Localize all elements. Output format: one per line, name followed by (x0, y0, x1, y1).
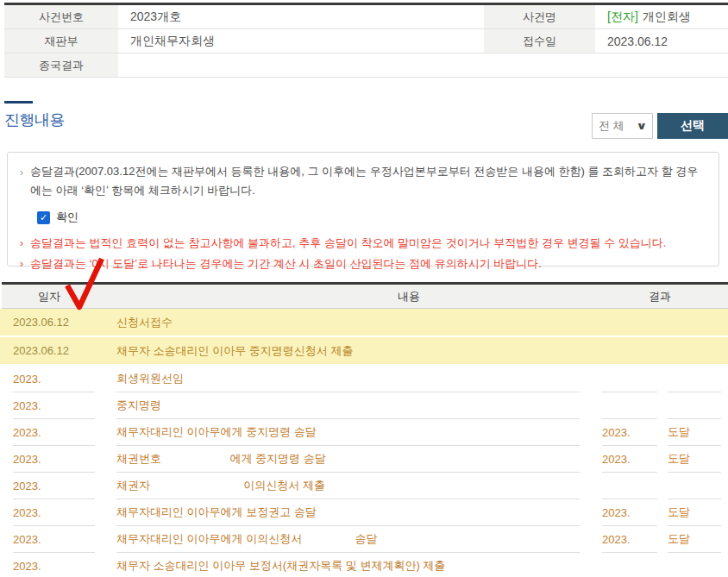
bullet-icon: › (20, 162, 23, 200)
confirm-checkbox-label: 확인 (56, 210, 78, 225)
row-date: 2023. (13, 499, 95, 526)
row-content: 채무자대리인 이아무에게 중지명령 송달 (116, 419, 580, 446)
chevron-down-icon: ∨ (637, 120, 648, 132)
court-label: 재판부 (4, 29, 121, 53)
select-button[interactable]: 선택 (657, 113, 728, 139)
case-info-row-2: 재판부 개인채무자회생 접수일 2023.06.12 (4, 29, 728, 53)
row-result: 도달 (668, 499, 721, 526)
case-name-text: 개인회생 (643, 9, 691, 25)
filter-select-value: 전 체 (599, 118, 624, 134)
row-result-date: 2023. (602, 419, 657, 446)
row-content: 채무자대리인 이아무에게 보정권고 송달 (116, 499, 580, 526)
table-row: 2023.채무자대리인 이아무에게 중지명령 송달2023.도달 (0, 419, 728, 446)
row-result-date: 2023. (602, 526, 657, 553)
row-date: 2023.06.12 (13, 309, 95, 336)
notice-line-1: › 송달결과(2007.03.12전에는 재판부에서 등록한 내용에, 그 이후… (20, 162, 706, 200)
final-result-label: 종국결과 (4, 53, 121, 77)
warning-line-2-text: 송달결과는 ‘0시 도달’로 나타나는 경우에는 기간 계산 시 초일이 산입된… (30, 254, 542, 274)
row-date: 2023. (13, 419, 95, 446)
row-content: 채권자 이의신청서 제출 (116, 473, 580, 499)
warning-line-2: › 송달결과는 ‘0시 도달’로 나타나는 경우에는 기간 계산 시 초일이 산… (20, 254, 706, 274)
row-result-date (602, 473, 657, 499)
bullet-icon: › (20, 254, 23, 274)
row-content: 채무자대리인 이아무에게 이의신청서 송달 (116, 526, 580, 553)
progress-filter-select[interactable]: 전 체 ∨ (592, 113, 653, 139)
case-number-value: 2023개호 (121, 5, 481, 28)
row-content: 회생위원선임 (116, 366, 580, 392)
row-result-date: 2023. (602, 446, 657, 473)
warning-line-1: › 송달결과는 법적인 효력이 없는 참고사항에 불과하고, 추후 송달이 착오… (20, 233, 706, 254)
receipt-date-label: 접수일 (481, 29, 598, 53)
row-result: 도달 (668, 419, 721, 446)
case-info-row-1: 사건번호 2023개호 사건명 [전자] 개인회생 (4, 5, 728, 29)
row-result (668, 366, 721, 392)
case-search-page: 사건번호 2023개호 사건명 [전자] 개인회생 재판부 개인채무자회생 접수… (0, 0, 728, 577)
row-date: 2023. (13, 526, 95, 553)
row-result (668, 473, 721, 499)
table-row: 2023.회생위원선임 (0, 366, 728, 392)
checkmark-glyph-icon: ✓ (40, 212, 47, 223)
row-content: 채무자 소송대리인 이아무 중지명령신청서 제출 (116, 337, 580, 364)
row-date: 2023. (13, 392, 95, 419)
row-result (668, 392, 721, 419)
case-number-label: 사건번호 (4, 5, 121, 28)
case-name-value: [전자] 개인회생 (598, 5, 728, 28)
confirm-check-row: ✓ 확인 (37, 210, 706, 225)
warning-line-1-text: 송달결과는 법적인 효력이 없는 참고사항에 불과하고, 추후 송달이 착오에 … (30, 233, 666, 254)
row-result-date (602, 392, 657, 419)
section-accent-line (4, 101, 33, 103)
receipt-date-value: 2023.06.12 (598, 29, 728, 53)
row-content: 신청서접수 (116, 309, 580, 336)
progress-table-header: 일자 내용 결과 (2, 285, 728, 309)
case-info-row-3: 종국결과 (4, 53, 728, 78)
notice-line-1-text: 송달결과(2007.03.12전에는 재판부에서 등록한 내용에, 그 이후에는… (30, 162, 699, 200)
case-name-label: 사건명 (481, 5, 598, 28)
final-result-value (121, 53, 728, 77)
row-date: 2023.06.12 (13, 337, 95, 364)
row-result-date (602, 366, 657, 392)
table-row: 2023.채권자 이의신청서 제출 (0, 473, 728, 499)
table-row: 2023.채무자대리인 이아무에게 보정권고 송달2023.도달 (0, 499, 728, 526)
select-button-label: 선택 (681, 118, 705, 134)
court-value: 개인채무자회생 (121, 29, 481, 53)
row-result-date: 2023. (602, 499, 657, 526)
page-title: 진행내용 (4, 110, 65, 130)
table-row: 2023.채무자대리인 이아무에게 이의신청서 송달2023.도달 (0, 526, 728, 553)
header-date: 일자 (2, 289, 97, 304)
row-result: 도달 (668, 446, 721, 473)
table-row: 2023.06.12채무자 소송대리인 이아무 중지명령신청서 제출 (0, 337, 728, 366)
row-result-date (602, 309, 657, 336)
bullet-icon: › (20, 233, 23, 254)
header-result: 결과 (592, 289, 728, 304)
row-content: 채권번호 에게 중지명령 송달 (116, 446, 580, 473)
row-result (668, 553, 721, 577)
electronic-case-tag: [전자] (607, 9, 638, 25)
row-date: 2023. (13, 446, 95, 473)
row-content: 채무자 소송대리인 이아무 보정서(채권자목록 및 변제계획안) 제출 (116, 553, 580, 577)
table-row: 2023.06.12신청서접수 (0, 309, 728, 337)
row-date: 2023. (13, 553, 95, 577)
row-result (668, 309, 721, 336)
header-content: 내용 (97, 289, 592, 304)
row-result-date (602, 553, 657, 577)
row-result-date (602, 337, 657, 364)
case-info-table: 사건번호 2023개호 사건명 [전자] 개인회생 재판부 개인채무자회생 접수… (4, 3, 728, 78)
row-date: 2023. (13, 473, 95, 499)
confirm-checkbox[interactable]: ✓ (37, 211, 50, 224)
table-row: 2023.채무자 소송대리인 이아무 보정서(채권자목록 및 변제계획안) 제출 (0, 553, 728, 577)
row-content: 중지명령 (116, 392, 580, 419)
row-result (668, 337, 721, 364)
row-result: 도달 (668, 526, 721, 553)
progress-table-body: 2023.06.12신청서접수2023.06.12채무자 소송대리인 이아무 중… (0, 309, 728, 577)
table-row: 2023.채권번호 에게 중지명령 송달2023.도달 (0, 446, 728, 473)
delivery-notice-box: › 송달결과(2007.03.12전에는 재판부에서 등록한 내용에, 그 이후… (7, 152, 719, 267)
row-date: 2023. (13, 366, 95, 392)
table-row: 2023.중지명령 (0, 392, 728, 419)
